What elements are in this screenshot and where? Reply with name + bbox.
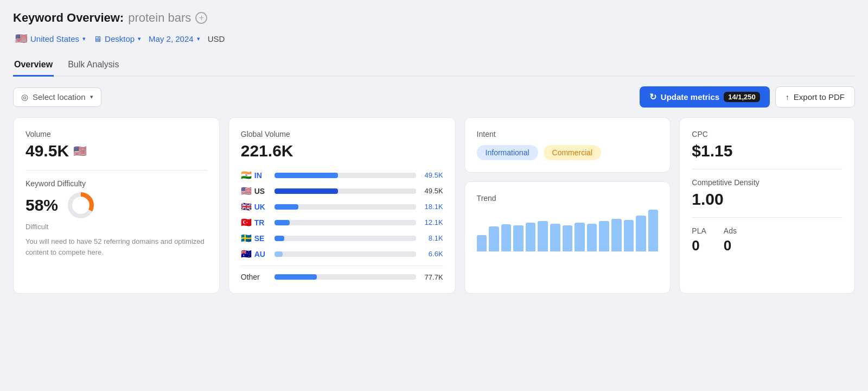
- select-location-dropdown[interactable]: ◎ Select location ▾: [13, 87, 101, 107]
- bar-fill-other: [275, 274, 317, 280]
- country-row-in: 🇮🇳 IN 49.5K: [241, 170, 443, 180]
- value-au: 6.6K: [420, 250, 443, 258]
- add-keyword-icon[interactable]: +: [195, 12, 207, 24]
- flag-tr: 🇹🇷: [241, 217, 252, 228]
- page-title-keyword: Keyword Overview:: [13, 11, 124, 25]
- value-uk: 18.1K: [420, 203, 443, 211]
- trend-bar-9: [575, 223, 585, 251]
- page-title-query: protein bars: [128, 11, 191, 25]
- value-se: 8.1K: [420, 234, 443, 242]
- bar-fill-au: [275, 251, 283, 257]
- country-flag-code-uk: 🇬🇧 UK: [241, 201, 270, 212]
- page-header: Keyword Overview: protein bars +: [13, 11, 855, 25]
- trend-label: Trend: [477, 194, 659, 203]
- intent-trend-column: Intent Informational Commercial Trend: [464, 117, 671, 294]
- cpc-label: CPC: [692, 130, 843, 138]
- trend-bar-6: [538, 221, 548, 251]
- country-flag-code-tr: 🇹🇷 TR: [241, 217, 270, 228]
- bar-track-uk: [275, 204, 416, 210]
- tabs-bar: Overview Bulk Analysis: [13, 55, 855, 77]
- global-volume-label: Global Volume: [241, 130, 443, 138]
- bar-track-se: [275, 236, 416, 241]
- code-tr[interactable]: TR: [254, 218, 265, 227]
- trend-bar-13: [624, 220, 634, 251]
- update-count-badge: 14/1,250: [724, 92, 760, 102]
- flag-in: 🇮🇳: [241, 170, 252, 180]
- code-au[interactable]: AU: [254, 250, 265, 258]
- value-tr: 12.1K: [420, 218, 443, 226]
- location-chevron-icon: ▾: [82, 35, 86, 42]
- country-flag-code-in: 🇮🇳 IN: [241, 170, 270, 180]
- export-label: Export to PDF: [794, 92, 845, 102]
- flag-uk: 🇬🇧: [241, 201, 252, 212]
- volume-label: Volume: [25, 130, 207, 138]
- other-label: Other: [241, 273, 270, 281]
- export-pdf-button[interactable]: ↑ Export to PDF: [775, 86, 855, 108]
- intent-tags: Informational Commercial: [477, 145, 659, 160]
- refresh-icon: ↻: [649, 92, 656, 102]
- code-uk[interactable]: UK: [254, 203, 265, 211]
- bar-track-au: [275, 251, 416, 257]
- device-filter-btn[interactable]: 🖥 Desktop ▾: [91, 33, 143, 45]
- kd-donut-chart: [67, 191, 95, 219]
- pla-label: PLA: [692, 226, 706, 235]
- bar-fill-uk: [275, 204, 298, 210]
- cpc-divider-1: [692, 169, 843, 169]
- kd-description: You will need to have 52 referring domai…: [25, 236, 207, 257]
- intent-tag-commercial: Commercial: [544, 145, 602, 160]
- trend-bar-5: [526, 223, 536, 251]
- export-icon: ↑: [786, 93, 789, 102]
- code-us[interactable]: US: [254, 187, 265, 195]
- trend-bar-2: [489, 226, 499, 251]
- country-row-us: 🇺🇸 US 49.5K: [241, 186, 443, 196]
- volume-value: 49.5K 🇺🇸: [25, 142, 207, 160]
- volume-flag: 🇺🇸: [73, 144, 87, 157]
- bar-track-in: [275, 173, 416, 178]
- currency-label: USD: [208, 34, 225, 43]
- location-filter-btn[interactable]: 🇺🇸 United States ▾: [13, 31, 88, 46]
- location-pin-icon: ◎: [21, 92, 28, 102]
- bar-fill-tr: [275, 220, 290, 225]
- update-metrics-label: Update metrics: [661, 92, 719, 102]
- ads-item: Ads 0: [724, 226, 737, 254]
- country-flag-code-au: 🇦🇺 AU: [241, 249, 270, 259]
- kd-value-row: 58%: [25, 191, 207, 219]
- location-flag: 🇺🇸: [15, 33, 27, 45]
- select-location-chevron-icon: ▾: [90, 93, 93, 100]
- cards-grid: Volume 49.5K 🇺🇸 Keyword Difficulty 58% D…: [13, 117, 855, 294]
- device-icon: 🖥: [93, 34, 101, 43]
- intent-card: Intent Informational Commercial: [464, 117, 671, 173]
- other-value: 77.7K: [420, 273, 443, 281]
- code-in[interactable]: IN: [254, 171, 262, 180]
- pla-item: PLA 0: [692, 226, 706, 254]
- country-row-au: 🇦🇺 AU 6.6K: [241, 249, 443, 259]
- update-metrics-button[interactable]: ↻ Update metrics 14/1,250: [640, 86, 770, 108]
- global-volume-card: Global Volume 221.6K 🇮🇳 IN 49.5K 🇺🇸 US 4…: [228, 117, 456, 294]
- pla-ads-row: PLA 0 Ads 0: [692, 226, 843, 254]
- trend-bar-7: [550, 224, 560, 251]
- trend-bar-8: [563, 225, 573, 251]
- intent-label: Intent: [477, 130, 659, 138]
- cpc-value: $1.15: [692, 142, 843, 160]
- tab-overview[interactable]: Overview: [13, 55, 54, 77]
- volume-divider: [25, 170, 207, 171]
- global-volume-value: 221.6K: [241, 142, 443, 160]
- intent-tag-informational: Informational: [477, 145, 538, 160]
- tab-bulk-analysis[interactable]: Bulk Analysis: [67, 55, 120, 77]
- date-label: May 2, 2024: [149, 34, 194, 43]
- country-row-uk: 🇬🇧 UK 18.1K: [241, 201, 443, 212]
- code-se[interactable]: SE: [254, 234, 265, 243]
- country-flag-code-se: 🇸🇪 SE: [241, 233, 270, 243]
- trend-bar-1: [477, 235, 487, 251]
- date-filter-btn[interactable]: May 2, 2024 ▾: [146, 33, 202, 45]
- value-us: 49.5K: [420, 187, 443, 195]
- other-row: Other 77.7K: [241, 266, 443, 281]
- pla-value: 0: [692, 237, 706, 254]
- bar-track-tr: [275, 220, 416, 225]
- toolbar: ◎ Select location ▾ ↻ Update metrics 14/…: [13, 86, 855, 108]
- toolbar-right: ↻ Update metrics 14/1,250 ↑ Export to PD…: [640, 86, 855, 108]
- cpc-divider-2: [692, 217, 843, 218]
- country-row-se: 🇸🇪 SE 8.1K: [241, 233, 443, 243]
- trend-bar-14: [636, 216, 646, 251]
- trend-bar-10: [587, 224, 597, 251]
